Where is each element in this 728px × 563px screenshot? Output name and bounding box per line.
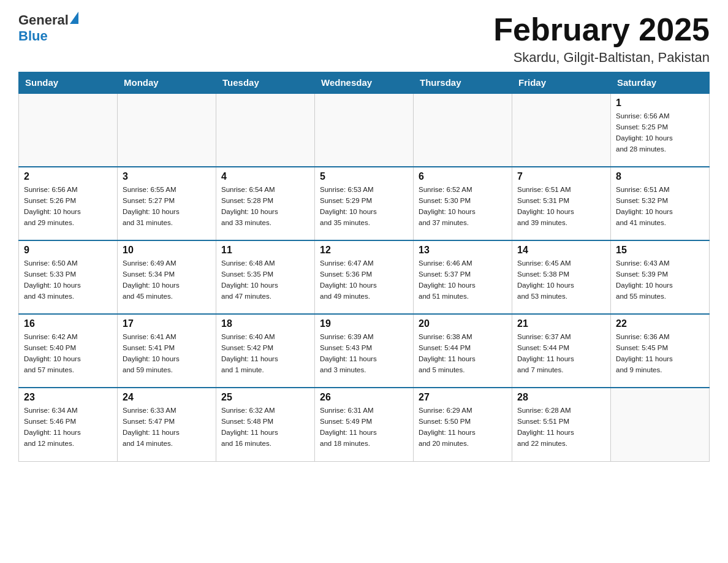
day-number: 21 [517,318,605,329]
week-row-3: 9Sunrise: 6:50 AM Sunset: 5:33 PM Daylig… [19,240,710,314]
day-info: Sunrise: 6:32 AM Sunset: 5:48 PM Dayligh… [221,405,309,449]
calendar-cell: 18Sunrise: 6:40 AM Sunset: 5:42 PM Dayli… [216,314,315,388]
day-info: Sunrise: 6:52 AM Sunset: 5:30 PM Dayligh… [419,185,507,228]
week-row-1: 1Sunrise: 6:56 AM Sunset: 5:25 PM Daylig… [19,93,710,167]
day-info: Sunrise: 6:39 AM Sunset: 5:43 PM Dayligh… [320,332,408,375]
calendar-cell: 7Sunrise: 6:51 AM Sunset: 5:31 PM Daylig… [512,167,611,240]
weekday-header-monday: Monday [118,72,216,94]
day-number: 12 [320,245,408,256]
day-number: 10 [123,245,211,256]
logo-general-text: General [18,12,69,28]
calendar-cell: 11Sunrise: 6:48 AM Sunset: 5:35 PM Dayli… [216,240,315,314]
calendar-table: SundayMondayTuesdayWednesdayThursdayFrid… [18,72,710,462]
calendar-cell: 19Sunrise: 6:39 AM Sunset: 5:43 PM Dayli… [315,314,414,388]
day-number: 26 [320,392,408,403]
day-info: Sunrise: 6:51 AM Sunset: 5:32 PM Dayligh… [616,185,704,228]
calendar-cell: 20Sunrise: 6:38 AM Sunset: 5:44 PM Dayli… [414,314,512,388]
day-info: Sunrise: 6:29 AM Sunset: 5:50 PM Dayligh… [419,405,507,449]
day-number: 28 [517,392,605,403]
day-number: 2 [24,171,112,182]
day-number: 17 [123,318,211,329]
weekday-header-friday: Friday [512,72,611,94]
day-info: Sunrise: 6:33 AM Sunset: 5:47 PM Dayligh… [123,405,211,449]
day-info: Sunrise: 6:55 AM Sunset: 5:27 PM Dayligh… [123,185,211,228]
day-number: 24 [123,392,211,403]
day-number: 7 [517,171,605,182]
calendar-cell: 1Sunrise: 6:56 AM Sunset: 5:25 PM Daylig… [611,93,710,167]
day-info: Sunrise: 6:43 AM Sunset: 5:39 PM Dayligh… [616,258,704,302]
day-number: 11 [221,245,309,256]
calendar-cell: 22Sunrise: 6:36 AM Sunset: 5:45 PM Dayli… [611,314,710,388]
day-info: Sunrise: 6:50 AM Sunset: 5:33 PM Dayligh… [24,258,112,302]
day-info: Sunrise: 6:37 AM Sunset: 5:44 PM Dayligh… [517,332,605,375]
calendar-cell: 17Sunrise: 6:41 AM Sunset: 5:41 PM Dayli… [118,314,216,388]
day-info: Sunrise: 6:36 AM Sunset: 5:45 PM Dayligh… [616,332,704,375]
weekday-header-sunday: Sunday [19,72,118,94]
calendar-cell: 15Sunrise: 6:43 AM Sunset: 5:39 PM Dayli… [611,240,710,314]
calendar-cell: 23Sunrise: 6:34 AM Sunset: 5:46 PM Dayli… [19,388,118,461]
calendar-cell [512,93,611,167]
day-number: 9 [24,245,112,256]
day-number: 27 [419,392,507,403]
calendar-cell: 13Sunrise: 6:46 AM Sunset: 5:37 PM Dayli… [414,240,512,314]
day-number: 18 [221,318,309,329]
day-info: Sunrise: 6:46 AM Sunset: 5:37 PM Dayligh… [419,258,507,302]
day-info: Sunrise: 6:54 AM Sunset: 5:28 PM Dayligh… [221,185,309,228]
calendar-cell: 27Sunrise: 6:29 AM Sunset: 5:50 PM Dayli… [414,388,512,461]
weekday-header-tuesday: Tuesday [216,72,315,94]
calendar-cell: 14Sunrise: 6:45 AM Sunset: 5:38 PM Dayli… [512,240,611,314]
day-info: Sunrise: 6:56 AM Sunset: 5:25 PM Dayligh… [616,111,704,155]
calendar-title: February 2025 [493,12,710,47]
day-info: Sunrise: 6:42 AM Sunset: 5:40 PM Dayligh… [24,332,112,375]
day-number: 3 [123,171,211,182]
title-section: February 2025 Skardu, Gilgit-Baltistan, … [493,12,710,66]
calendar-cell [19,93,118,167]
calendar-cell: 24Sunrise: 6:33 AM Sunset: 5:47 PM Dayli… [118,388,216,461]
calendar-cell: 9Sunrise: 6:50 AM Sunset: 5:33 PM Daylig… [19,240,118,314]
day-info: Sunrise: 6:51 AM Sunset: 5:31 PM Dayligh… [517,185,605,228]
calendar-cell: 10Sunrise: 6:49 AM Sunset: 5:34 PM Dayli… [118,240,216,314]
day-number: 4 [221,171,309,182]
day-info: Sunrise: 6:48 AM Sunset: 5:35 PM Dayligh… [221,258,309,302]
calendar-cell: 26Sunrise: 6:31 AM Sunset: 5:49 PM Dayli… [315,388,414,461]
calendar-subtitle: Skardu, Gilgit-Baltistan, Pakistan [493,50,710,66]
weekday-header-thursday: Thursday [414,72,512,94]
calendar-cell: 4Sunrise: 6:54 AM Sunset: 5:28 PM Daylig… [216,167,315,240]
weekday-header-row: SundayMondayTuesdayWednesdayThursdayFrid… [19,72,710,94]
calendar-cell [118,93,216,167]
calendar-cell: 25Sunrise: 6:32 AM Sunset: 5:48 PM Dayli… [216,388,315,461]
day-info: Sunrise: 6:41 AM Sunset: 5:41 PM Dayligh… [123,332,211,375]
page-header: General Blue February 2025 Skardu, Gilgi… [18,12,710,66]
day-number: 23 [24,392,112,403]
day-number: 16 [24,318,112,329]
day-number: 6 [419,171,507,182]
weekday-header-wednesday: Wednesday [315,72,414,94]
weekday-header-saturday: Saturday [611,72,710,94]
day-number: 20 [419,318,507,329]
day-number: 8 [616,171,704,182]
day-info: Sunrise: 6:45 AM Sunset: 5:38 PM Dayligh… [517,258,605,302]
day-number: 15 [616,245,704,256]
day-number: 25 [221,392,309,403]
calendar-cell: 21Sunrise: 6:37 AM Sunset: 5:44 PM Dayli… [512,314,611,388]
day-info: Sunrise: 6:56 AM Sunset: 5:26 PM Dayligh… [24,185,112,228]
logo-blue-text: Blue [18,28,78,44]
day-info: Sunrise: 6:47 AM Sunset: 5:36 PM Dayligh… [320,258,408,302]
calendar-cell [414,93,512,167]
calendar-cell: 5Sunrise: 6:53 AM Sunset: 5:29 PM Daylig… [315,167,414,240]
day-info: Sunrise: 6:53 AM Sunset: 5:29 PM Dayligh… [320,185,408,228]
day-number: 22 [616,318,704,329]
calendar-cell [216,93,315,167]
calendar-cell: 28Sunrise: 6:28 AM Sunset: 5:51 PM Dayli… [512,388,611,461]
calendar-cell: 16Sunrise: 6:42 AM Sunset: 5:40 PM Dayli… [19,314,118,388]
day-info: Sunrise: 6:49 AM Sunset: 5:34 PM Dayligh… [123,258,211,302]
day-number: 13 [419,245,507,256]
day-number: 19 [320,318,408,329]
logo-triangle-icon [70,12,78,24]
week-row-2: 2Sunrise: 6:56 AM Sunset: 5:26 PM Daylig… [19,167,710,240]
day-info: Sunrise: 6:38 AM Sunset: 5:44 PM Dayligh… [419,332,507,375]
day-number: 14 [517,245,605,256]
calendar-cell: 12Sunrise: 6:47 AM Sunset: 5:36 PM Dayli… [315,240,414,314]
calendar-cell [611,388,710,461]
calendar-cell: 3Sunrise: 6:55 AM Sunset: 5:27 PM Daylig… [118,167,216,240]
